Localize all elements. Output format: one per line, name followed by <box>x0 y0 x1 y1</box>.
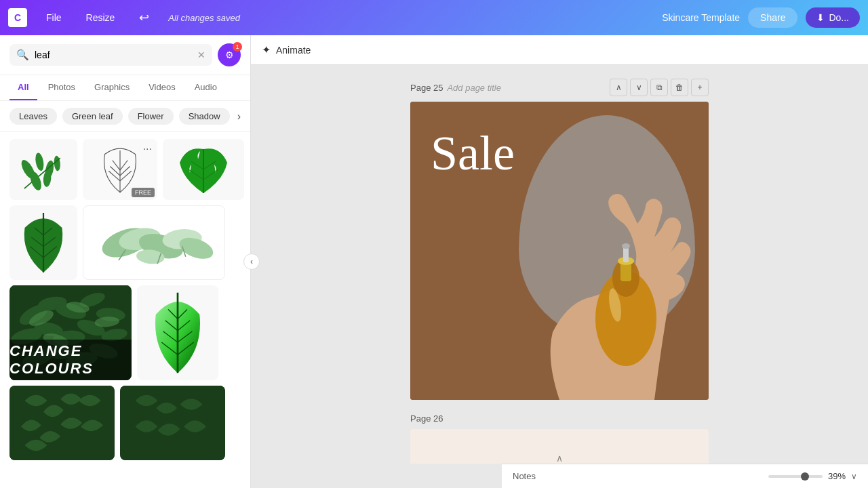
tag-chips: Leaves Green leaf Flower Shadow › <box>0 101 250 132</box>
page-delete-button[interactable]: 🗑 <box>671 79 688 96</box>
filter-icon: ⚙ <box>225 49 234 60</box>
notes-button[interactable]: Notes <box>513 471 536 481</box>
notes-chevron-up[interactable]: ∧ <box>556 453 563 464</box>
tab-photos[interactable]: Photos <box>40 75 83 100</box>
free-badge: FREE <box>132 188 155 197</box>
svg-line-11 <box>120 171 132 181</box>
list-item[interactable]: CHANGE COLOURS <box>9 285 132 380</box>
grid-row-3: CHANGE COLOURS <box>9 285 241 380</box>
document-title: Skincare Template <box>662 12 740 23</box>
svg-point-1 <box>34 152 45 171</box>
file-menu[interactable]: File <box>41 9 67 26</box>
list-item[interactable]: ··· FREE <box>83 139 157 200</box>
ivy-2-graphic <box>120 386 225 460</box>
list-item[interactable] <box>163 139 244 200</box>
zoom-slider[interactable] <box>768 475 823 478</box>
svg-rect-64 <box>121 386 225 460</box>
resize-menu[interactable]: Resize <box>81 9 121 26</box>
filter-badge: 1 <box>233 42 242 52</box>
grid-row-2 <box>9 205 241 280</box>
svg-rect-70 <box>623 247 629 262</box>
change-colours-text: CHANGE COLOURS <box>9 342 132 378</box>
list-item[interactable] <box>83 205 225 280</box>
tab-audio[interactable]: Audio <box>186 75 225 100</box>
ivy-graphic <box>9 386 115 460</box>
search-input-wrap: 🔍 ✕ <box>9 44 212 66</box>
page-add-button[interactable]: + <box>691 79 709 96</box>
svg-line-8 <box>108 171 120 181</box>
tab-videos[interactable]: Videos <box>140 75 184 100</box>
product-image <box>505 142 709 400</box>
saved-status: All changes saved <box>168 13 240 23</box>
tag-leaves[interactable]: Leaves <box>9 108 57 125</box>
zoom-chevron-icon[interactable]: ∨ <box>851 472 857 481</box>
page-26-label: Page 26 <box>410 413 443 424</box>
list-item[interactable] <box>9 139 77 200</box>
svg-line-10 <box>113 161 120 171</box>
page-copy-button[interactable]: ⧉ <box>650 79 668 96</box>
download-icon: ⬇ <box>816 12 825 23</box>
list-item[interactable] <box>9 205 77 280</box>
page-down-button[interactable]: ∨ <box>630 79 648 96</box>
search-clear-button[interactable]: ✕ <box>197 49 205 60</box>
search-tabs: All Photos Graphics Videos Audio <box>0 75 250 101</box>
zoom-percent: 39% <box>828 471 846 481</box>
download-button[interactable]: ⬇ Do... <box>806 7 860 28</box>
page-25-wrapper: Page 25 Add page title ∧ ∨ ⧉ 🗑 + Sale <box>410 79 709 400</box>
hide-panel-icon: ‹ <box>250 257 253 266</box>
canvas-area: ✦ Animate Page 25 Add page title ∧ ∨ ⧉ 🗑… <box>251 35 868 488</box>
more-options-icon[interactable]: ··· <box>143 143 152 155</box>
page-25-label: Page 25 Add page title <box>410 83 501 93</box>
page-25-add-title[interactable]: Add page title <box>447 83 501 93</box>
tag-flower[interactable]: Flower <box>128 108 174 125</box>
tag-green-leaf[interactable]: Green leaf <box>62 108 123 125</box>
animate-icon: ✦ <box>262 43 271 56</box>
grid-row-4 <box>9 386 241 460</box>
grid-row-1: ··· FREE <box>9 139 241 200</box>
tab-all[interactable]: All <box>9 75 37 100</box>
page-25-background: Sale <box>410 102 709 400</box>
tab-graphics[interactable]: Graphics <box>86 75 138 100</box>
list-item[interactable] <box>9 386 115 460</box>
gradient-leaf-graphic <box>137 285 218 380</box>
search-filter-button[interactable]: ⚙ 1 <box>218 43 241 66</box>
svg-line-13 <box>120 161 127 171</box>
search-icon: 🔍 <box>16 49 29 61</box>
share-button[interactable]: Share <box>748 7 797 28</box>
single-leaf-graphic <box>9 205 77 280</box>
search-bar: 🔍 ✕ ⚙ 1 <box>0 35 250 75</box>
pages-container: Page 25 Add page title ∧ ∨ ⧉ 🗑 + Sale <box>251 65 868 464</box>
topbar-right: Skincare Template Share ⬇ Do... <box>662 7 860 28</box>
left-panel: 🔍 ✕ ⚙ 1 All Photos Graphics Videos Audio… <box>0 35 251 488</box>
animate-bar: ✦ Animate <box>251 35 868 65</box>
animate-label[interactable]: Animate <box>276 45 311 56</box>
page-25-canvas[interactable]: Sale <box>410 102 709 400</box>
page-26-label-row: Page 26 <box>410 413 709 424</box>
zoom-controls: 39% ∨ <box>768 471 857 481</box>
search-input[interactable] <box>35 49 192 60</box>
page-25-number: Page 25 <box>410 83 443 93</box>
app-logo[interactable]: C <box>8 8 27 27</box>
tag-shadow[interactable]: Shadow <box>179 108 230 125</box>
topbar: C File Resize ↩ All changes saved Skinca… <box>0 0 868 35</box>
page-up-button[interactable]: ∧ <box>610 79 627 96</box>
list-item[interactable] <box>137 285 218 380</box>
bottom-bar: Notes 39% ∨ <box>502 464 868 488</box>
list-item[interactable] <box>120 386 225 460</box>
change-colours-overlay: CHANGE COLOURS <box>9 340 132 380</box>
monstera-graphic <box>163 139 244 200</box>
page-25-label-row: Page 25 Add page title ∧ ∨ ⧉ 🗑 + <box>410 79 709 96</box>
hide-panel-button[interactable]: ‹ <box>243 253 260 270</box>
undo-button[interactable]: ↩ <box>134 7 155 28</box>
zoom-slider-thumb[interactable] <box>801 472 809 481</box>
svg-point-71 <box>622 243 630 249</box>
sale-text: Sale <box>431 129 515 178</box>
page-25-controls: ∧ ∨ ⧉ 🗑 + <box>610 79 709 96</box>
chips-scroll-right[interactable]: › <box>237 110 241 123</box>
product-svg <box>505 142 709 400</box>
watercolor-leaves-graphic <box>83 206 224 279</box>
graphics-grid: ··· FREE <box>0 132 250 488</box>
topbar-left: C File Resize ↩ All changes saved <box>8 7 662 28</box>
fern-graphic <box>9 139 77 200</box>
